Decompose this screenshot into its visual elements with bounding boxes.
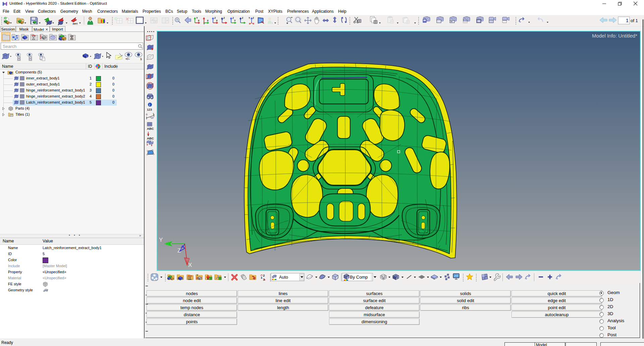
svg-text:1: 1: [261, 276, 263, 279]
svg-text:ABC: ABC: [147, 136, 154, 140]
svg-text:Z: Z: [177, 247, 181, 254]
svg-text:1: 1: [272, 22, 273, 24]
svg-text:By Comp: By Comp: [350, 275, 368, 280]
svg-text:Y: Y: [159, 237, 163, 243]
svg-text:1: 1: [626, 18, 629, 23]
svg-text:X: X: [221, 18, 223, 20]
svg-text:0: 0: [146, 113, 148, 116]
svg-text:Y: Y: [196, 17, 198, 19]
svg-text:Z: Z: [214, 17, 216, 19]
svg-text:Z: Z: [253, 17, 254, 19]
svg-text:Z: Z: [242, 17, 244, 19]
svg-text:X: X: [207, 19, 209, 22]
svg-text:of 1: of 1: [631, 18, 638, 23]
svg-text:Y: Y: [249, 17, 250, 19]
svg-text:1: 1: [140, 57, 142, 61]
svg-text:2: 2: [263, 274, 265, 277]
svg-text:+/−: +/−: [125, 57, 130, 61]
svg-text:Y: Y: [240, 18, 241, 20]
svg-text:*10’: *10’: [150, 117, 154, 119]
svg-text:Y: Y: [234, 19, 236, 22]
svg-text:Z: Z: [232, 17, 234, 19]
svg-text:Y: Y: [203, 22, 205, 25]
svg-text:X: X: [216, 19, 218, 22]
svg-text:X: X: [188, 262, 192, 268]
svg-text:X: X: [198, 19, 200, 22]
svg-text:ABC: ABC: [147, 127, 154, 130]
svg-text:Z: Z: [223, 17, 225, 19]
svg-text:Auto: Auto: [279, 275, 288, 280]
svg-text:PPT: PPT: [73, 22, 78, 25]
svg-text:123: 123: [147, 108, 152, 111]
svg-text:i: i: [149, 103, 150, 107]
